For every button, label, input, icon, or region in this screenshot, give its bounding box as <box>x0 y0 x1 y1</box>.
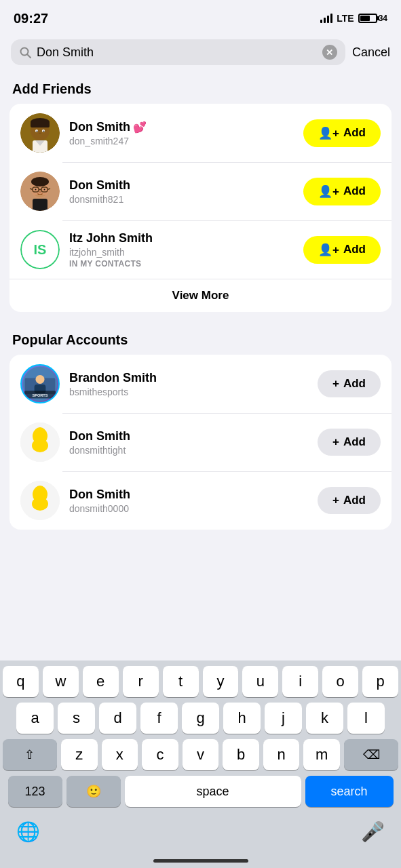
avatar <box>20 172 60 211</box>
svg-rect-35 <box>37 439 43 443</box>
list-item: Don Smith 💕 don_smith247 👤+ Add <box>9 104 392 162</box>
svg-point-33 <box>34 427 46 439</box>
key-r[interactable]: r <box>123 666 159 697</box>
add-button-label: Add <box>343 494 366 507</box>
key-b[interactable]: b <box>223 739 259 770</box>
add-button-label: Add <box>343 184 366 198</box>
key-y[interactable]: y <box>203 666 239 697</box>
key-x[interactable]: x <box>102 739 138 770</box>
key-f[interactable]: f <box>140 703 178 734</box>
add-account-button[interactable]: + Add <box>318 487 381 514</box>
emoji-icon: 💕 <box>133 121 147 134</box>
popular-accounts-header: Popular Accounts <box>0 323 401 355</box>
key-s[interactable]: s <box>58 703 95 734</box>
search-icon <box>19 46 31 58</box>
microphone-icon[interactable]: 🎤 <box>361 821 385 843</box>
add-friends-header: Add Friends <box>0 72 401 104</box>
add-friend-button[interactable]: 👤+ Add <box>303 119 381 147</box>
list-item: Don Smith donsmithtight + Add <box>9 413 392 471</box>
add-friend-button[interactable]: 👤+ Add <box>303 178 381 205</box>
cancel-button[interactable]: Cancel <box>352 45 390 60</box>
add-button-label: Add <box>343 126 366 140</box>
bitmoji-svg-1 <box>20 113 60 153</box>
key-o[interactable]: o <box>322 666 358 697</box>
add-account-button[interactable]: + Add <box>318 429 381 456</box>
space-key[interactable]: space <box>125 776 301 807</box>
account-name: Don Smith 💕 <box>69 120 294 134</box>
yellow-avatar-svg <box>20 422 60 462</box>
search-input[interactable] <box>37 45 317 60</box>
account-username: bsmithesports <box>69 387 308 397</box>
battery-icon: 34 <box>358 14 387 23</box>
plus-icon: + <box>332 435 339 449</box>
add-friend-button[interactable]: 👤+ Add <box>303 236 381 264</box>
account-username: itzjohn_smith <box>69 247 294 258</box>
key-c[interactable]: c <box>142 739 178 770</box>
key-v[interactable]: v <box>183 739 219 770</box>
account-username: donsmithtight <box>69 445 308 456</box>
key-z[interactable]: z <box>61 739 98 770</box>
key-u[interactable]: u <box>242 666 278 697</box>
view-more-row[interactable]: View More <box>9 279 392 312</box>
key-row-4: 123 🙂 space search <box>3 776 398 807</box>
svg-point-22 <box>35 189 37 191</box>
add-account-button[interactable]: + Add <box>318 370 381 397</box>
avatar: IS <box>20 230 60 269</box>
key-n[interactable]: n <box>263 739 300 770</box>
account-info: Don Smith donsmith0000 <box>69 488 308 514</box>
key-i[interactable]: i <box>282 666 318 697</box>
account-name: Itz John Smith <box>69 231 294 245</box>
account-info: Don Smith donsmithtight <box>69 429 308 456</box>
account-username: donsmith0000 <box>69 503 308 514</box>
status-bar: 09:27 LTE 34 <box>0 0 401 34</box>
svg-point-27 <box>35 375 44 384</box>
clear-icon: ✕ <box>326 48 333 57</box>
search-input-wrapper[interactable]: ✕ <box>11 39 345 65</box>
key-g[interactable]: g <box>182 703 219 734</box>
status-icons: LTE 34 <box>320 13 387 24</box>
key-t[interactable]: t <box>163 666 199 697</box>
home-bar <box>153 859 248 863</box>
view-more-label[interactable]: View More <box>172 289 229 302</box>
key-row-3: ⇧ z x c v b n m ⌫ <box>3 739 398 770</box>
photo-avatar-svg: SPORTS <box>22 364 58 403</box>
account-name: Don Smith <box>69 178 294 193</box>
avatar <box>20 422 60 462</box>
key-d[interactable]: d <box>99 703 136 734</box>
globe-icon[interactable]: 🌐 <box>16 821 40 843</box>
shift-key[interactable]: ⇧ <box>3 739 57 770</box>
key-row-1: q w e r t y u i o p <box>3 666 398 697</box>
plus-icon: + <box>332 494 339 507</box>
key-h[interactable]: h <box>223 703 261 734</box>
account-name: Don Smith <box>69 488 308 502</box>
search-bar-container: ✕ Cancel <box>0 34 401 72</box>
svg-point-38 <box>34 486 46 498</box>
bitmoji-avatar-2 <box>20 172 60 211</box>
clear-button[interactable]: ✕ <box>322 45 337 60</box>
bitmoji-avatar-1 <box>20 113 60 153</box>
add-friend-icon: 👤+ <box>318 243 339 257</box>
list-item: Don Smith donsmith821 👤+ Add <box>9 162 392 220</box>
account-username: donsmith821 <box>69 194 294 205</box>
numbers-key[interactable]: 123 <box>8 776 62 807</box>
delete-key[interactable]: ⌫ <box>344 739 398 770</box>
svg-line-1 <box>27 54 31 58</box>
key-m[interactable]: m <box>303 739 340 770</box>
key-k[interactable]: k <box>306 703 343 734</box>
svg-rect-14 <box>33 199 47 211</box>
key-j[interactable]: j <box>265 703 302 734</box>
search-key[interactable]: search <box>305 776 394 807</box>
key-a[interactable]: a <box>16 703 54 734</box>
battery-level: 34 <box>379 14 387 23</box>
key-w[interactable]: w <box>43 666 79 697</box>
key-p[interactable]: p <box>362 666 398 697</box>
avatar: SPORTS <box>20 364 60 403</box>
key-q[interactable]: q <box>3 666 39 697</box>
key-l[interactable]: l <box>347 703 385 734</box>
contact-label: IN MY CONTACTS <box>69 259 294 269</box>
key-e[interactable]: e <box>83 666 119 697</box>
emoji-key[interactable]: 🙂 <box>66 776 121 807</box>
svg-point-10 <box>37 131 38 132</box>
add-button-label: Add <box>343 435 366 449</box>
list-item: SPORTS Brandon Smith bsmithesports + Add <box>9 355 392 413</box>
